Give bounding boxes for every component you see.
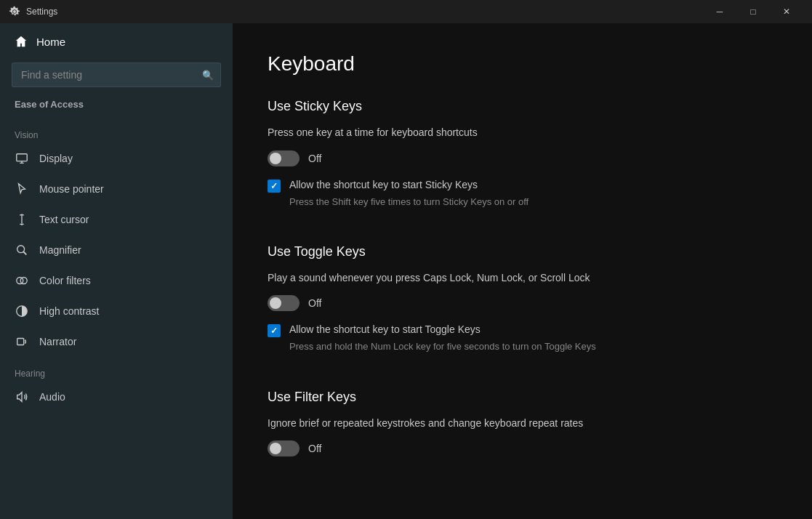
home-icon bbox=[15, 35, 28, 48]
filter-keys-toggle-label: Off bbox=[308, 443, 321, 454]
titlebar-left: Settings bbox=[9, 6, 57, 17]
high-contrast-label: High contrast bbox=[39, 305, 99, 317]
filter-keys-toggle[interactable] bbox=[268, 440, 300, 456]
vision-group-label: Vision bbox=[0, 118, 233, 143]
toggle-keys-checkbox-sublabel: Press and hold the Num Lock key for five… bbox=[268, 340, 777, 353]
svg-point-2 bbox=[17, 246, 25, 253]
toggle-keys-checkbox-row: Allow the shortcut key to start Toggle K… bbox=[268, 323, 777, 337]
toggle-keys-title: Use Toggle Keys bbox=[268, 244, 777, 260]
contrast-svg bbox=[15, 305, 28, 318]
sticky-keys-desc: Press one key at a time for keyboard sho… bbox=[268, 126, 762, 140]
toggle-keys-toggle[interactable] bbox=[268, 295, 300, 311]
sidebar-item-high-contrast[interactable]: High contrast bbox=[0, 296, 233, 326]
cursor-svg bbox=[15, 213, 28, 226]
narrator-icon bbox=[15, 334, 29, 349]
display-icon bbox=[15, 151, 29, 166]
app-body: Home 🔍 Ease of Access Vision Display bbox=[0, 23, 812, 519]
narrator-label: Narrator bbox=[39, 336, 76, 347]
mouse-pointer-icon bbox=[15, 182, 29, 196]
audio-svg bbox=[15, 390, 28, 403]
sticky-keys-checkbox-label: Allow the shortcut key to start Sticky K… bbox=[289, 178, 478, 193]
color-filters-label: Color filters bbox=[39, 275, 91, 286]
display-label: Display bbox=[39, 153, 73, 164]
sidebar-item-magnifier[interactable]: Magnifier bbox=[0, 235, 233, 265]
text-cursor-label: Text cursor bbox=[39, 214, 89, 225]
mouse-pointer-label: Mouse pointer bbox=[39, 183, 104, 195]
home-label: Home bbox=[36, 36, 65, 48]
sticky-keys-toggle-label: Off bbox=[308, 153, 321, 164]
sidebar-home[interactable]: Home bbox=[0, 23, 233, 60]
settings-app-icon bbox=[9, 6, 20, 17]
sticky-keys-title: Use Sticky Keys bbox=[268, 99, 777, 114]
filter-keys-toggle-row: Off bbox=[268, 440, 777, 456]
sticky-keys-checkbox-sublabel: Press the Shift key five times to turn S… bbox=[268, 196, 777, 209]
titlebar: Settings ─ □ ✕ bbox=[0, 0, 812, 23]
narrator-svg bbox=[15, 335, 28, 348]
titlebar-controls: ─ □ ✕ bbox=[703, 0, 803, 23]
main-content: Keyboard Use Sticky Keys Press one key a… bbox=[233, 23, 812, 519]
toggle-keys-desc: Play a sound whenever you press Caps Loc… bbox=[268, 271, 762, 286]
filter-keys-desc: Ignore brief or repeated keystrokes and … bbox=[268, 417, 762, 431]
sidebar-search-container: 🔍 bbox=[12, 63, 221, 87]
svg-point-5 bbox=[20, 278, 27, 284]
sidebar-item-narrator[interactable]: Narrator bbox=[0, 326, 233, 357]
magnifier-icon bbox=[15, 243, 29, 257]
magnifier-svg bbox=[15, 244, 28, 257]
toggle-keys-toggle-row: Off bbox=[268, 295, 777, 311]
sidebar-item-audio[interactable]: Audio bbox=[0, 382, 233, 412]
svg-rect-7 bbox=[17, 339, 24, 345]
close-button[interactable]: ✕ bbox=[770, 0, 803, 23]
maximize-button[interactable]: □ bbox=[736, 0, 770, 23]
filter-keys-title: Use Filter Keys bbox=[268, 390, 777, 405]
sidebar-item-color-filters[interactable]: Color filters bbox=[0, 265, 233, 296]
breadcrumb: Ease of Access bbox=[0, 96, 233, 118]
color-svg bbox=[15, 274, 28, 287]
svg-point-0 bbox=[13, 10, 16, 13]
audio-icon bbox=[15, 390, 29, 404]
sticky-keys-toggle[interactable] bbox=[268, 150, 300, 166]
hearing-group-label: Hearing bbox=[0, 357, 233, 382]
svg-rect-1 bbox=[17, 154, 27, 161]
toggle-keys-toggle-label: Off bbox=[308, 297, 321, 309]
toggle-keys-section: Use Toggle Keys Play a sound whenever yo… bbox=[268, 244, 777, 354]
minimize-button[interactable]: ─ bbox=[703, 0, 736, 23]
filter-keys-section: Use Filter Keys Ignore brief or repeated… bbox=[268, 390, 777, 457]
toggle-keys-checkbox-label: Allow the shortcut key to start Toggle K… bbox=[289, 323, 481, 337]
sidebar-item-mouse-pointer[interactable]: Mouse pointer bbox=[0, 174, 233, 204]
sticky-keys-section: Use Sticky Keys Press one key at a time … bbox=[268, 99, 777, 209]
audio-label: Audio bbox=[39, 391, 65, 403]
search-icon: 🔍 bbox=[202, 70, 214, 81]
sidebar-item-display[interactable]: Display bbox=[0, 143, 233, 174]
color-filters-icon bbox=[15, 273, 29, 288]
page-title: Keyboard bbox=[268, 52, 777, 76]
mouse-svg bbox=[15, 182, 28, 196]
sticky-keys-toggle-row: Off bbox=[268, 150, 777, 166]
search-input[interactable] bbox=[12, 63, 221, 87]
sidebar: Home 🔍 Ease of Access Vision Display bbox=[0, 23, 233, 519]
sticky-keys-checkbox[interactable] bbox=[268, 180, 281, 193]
sidebar-item-text-cursor[interactable]: Text cursor bbox=[0, 204, 233, 235]
high-contrast-icon bbox=[15, 304, 29, 318]
text-cursor-icon bbox=[15, 212, 29, 227]
svg-line-3 bbox=[23, 252, 26, 254]
sticky-keys-checkbox-row: Allow the shortcut key to start Sticky K… bbox=[268, 178, 777, 193]
magnifier-label: Magnifier bbox=[39, 244, 81, 256]
display-svg bbox=[15, 152, 28, 165]
app-title: Settings bbox=[26, 7, 57, 17]
toggle-keys-checkbox[interactable] bbox=[268, 324, 281, 337]
